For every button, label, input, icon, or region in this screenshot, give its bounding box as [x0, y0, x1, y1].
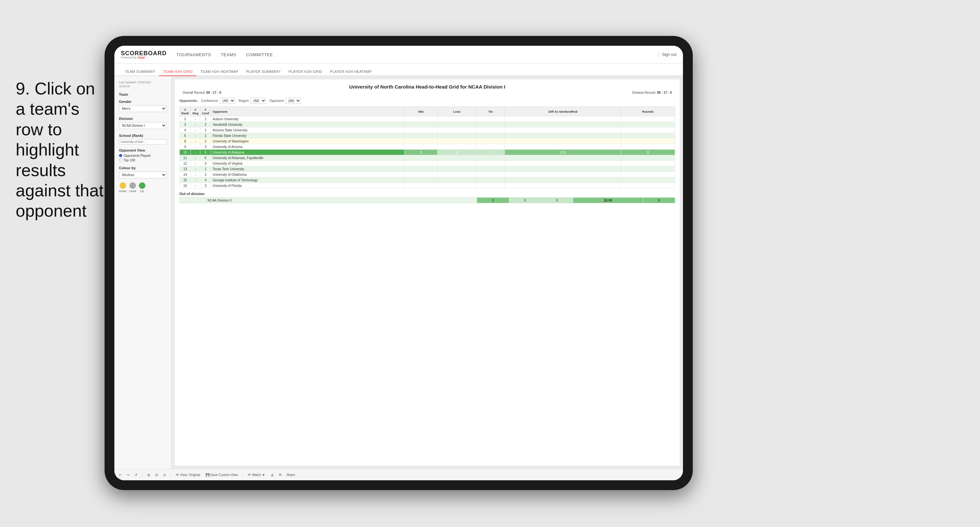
colour-by-select[interactable]: Win/loss: [119, 172, 167, 178]
col-reg: # Reg: [191, 107, 200, 116]
tab-team-h2h-grid[interactable]: TEAM H2H GRID: [159, 68, 196, 76]
tab-team-h2h-heatmap[interactable]: TEAM H2H HEATMAP: [196, 68, 242, 76]
toolbar-copy[interactable]: ⧉: [278, 472, 283, 477]
toolbar-print[interactable]: 🖨: [269, 473, 275, 477]
cell-loss: [438, 172, 476, 177]
tab-player-h2h-heatmap[interactable]: PLAYER H2H HEATMAP: [326, 68, 376, 76]
table-row[interactable]: 4 - 1 Arizona State University: [180, 127, 675, 133]
cell-tie: [476, 177, 505, 183]
cell-reg: -: [191, 133, 200, 139]
radio-dot-selected: [119, 154, 122, 157]
colour-by-label: Colour by: [119, 166, 167, 170]
cell-rank: 8: [180, 139, 191, 144]
gender-select[interactable]: Men's: [119, 105, 167, 112]
radio-top100[interactable]: Top 100: [119, 158, 167, 162]
team-label: Team: [119, 92, 167, 96]
nav-tournaments[interactable]: TOURNAMENTS: [177, 51, 211, 59]
opponent-select[interactable]: (All): [285, 98, 301, 104]
cell-tie: [476, 127, 505, 133]
toolbar-watch[interactable]: 👁 Watch ▼: [247, 473, 266, 477]
out-of-division-header: Out of division: [180, 192, 675, 196]
out-of-division-row[interactable]: NCAA Division II 1 0 0 26.00 3: [180, 197, 675, 203]
cell-reg: -: [191, 172, 200, 177]
table-row[interactable]: 11 - 6 University of Arkansas, Fayettevi…: [180, 155, 675, 161]
tab-player-h2h-grid[interactable]: PLAYER H2H GRID: [285, 68, 326, 76]
cell-opponent: University of Virginia: [211, 161, 404, 166]
cell-rounds: [621, 122, 675, 127]
region-select[interactable]: (All): [251, 98, 266, 104]
conference-select[interactable]: (All): [220, 98, 235, 104]
cell-rank: 2: [180, 116, 191, 122]
table-row[interactable]: 13 - 1 Texas Tech University: [180, 166, 675, 172]
table-row[interactable]: 14 - 2 University of Oklahoma: [180, 172, 675, 177]
nav-committee[interactable]: COMMITTEE: [246, 51, 273, 59]
cell-opponent: University of Arizona: [211, 144, 404, 150]
cell-diff: [505, 139, 621, 144]
toolbar-clock[interactable]: ◷: [162, 473, 167, 477]
legend-level-circle: [129, 182, 136, 189]
cell-rank: 4: [180, 127, 191, 133]
division-select[interactable]: NCAA Division I: [119, 122, 167, 129]
toolbar-zoom-in[interactable]: ⊞: [146, 473, 151, 477]
last-updated: Last Updated: 27/03/2024 16:55:38: [119, 81, 167, 89]
cell-reg: -: [191, 161, 200, 166]
cell-diff: 2.61: [505, 150, 621, 155]
table-row[interactable]: 12 - 3 University of Virginia: [180, 161, 675, 166]
school-value: University of Nort...: [119, 139, 167, 145]
cell-loss: [438, 133, 476, 139]
cell-tie: [476, 183, 505, 188]
cell-win: [404, 122, 438, 127]
toolbar-sep1: |: [142, 473, 143, 477]
table-row[interactable]: 16 - 3 University of Florida: [180, 183, 675, 188]
cell-rounds: [621, 116, 675, 122]
legend-level: Level: [129, 182, 136, 193]
table-row[interactable]: 3 - 2 Vanderbilt University: [180, 122, 675, 127]
col-tie: Tie: [476, 107, 505, 116]
tab-team-summary[interactable]: TEAM SUMMARY: [121, 68, 159, 76]
toolbar-refresh[interactable]: ↺: [133, 473, 138, 477]
cell-rank: 16: [180, 183, 191, 188]
cell-tie: [476, 139, 505, 144]
tab-player-summary[interactable]: PLAYER SUMMARY: [242, 68, 285, 76]
cell-rounds: 8: [621, 150, 675, 155]
division-label: Division: [119, 117, 167, 121]
opponents-label: Opponents:: [180, 99, 198, 103]
cell-rank: 3: [180, 122, 191, 127]
cell-conf: 2: [200, 172, 211, 177]
cell-loss: [438, 183, 476, 188]
table-row[interactable]: 9 - 3 University of Arizona: [180, 144, 675, 150]
cell-conf: 1: [200, 166, 211, 172]
cell-win: [404, 161, 438, 166]
cell-opponent: University of Washington: [211, 139, 404, 144]
toolbar-share[interactable]: Share: [285, 473, 297, 477]
cell-win: [404, 183, 438, 188]
toolbar-undo[interactable]: ↩: [118, 473, 123, 477]
cell-rounds: [621, 139, 675, 144]
table-header-row: # Rank # Reg # Conf Opponent Win Loss Ti…: [180, 107, 675, 116]
filter-row: Opponents: Conference (All) Region (All): [180, 98, 675, 104]
table-row[interactable]: 15 - 4 Georgia Institute of Technology: [180, 177, 675, 183]
cell-reg: -: [191, 122, 200, 127]
toolbar-sep3: |: [242, 473, 243, 477]
toolbar-view-original[interactable]: 👁 View: Original: [175, 473, 201, 477]
cell-opponent: Georgia Institute of Technology: [211, 177, 404, 183]
cell-conf: 5: [200, 150, 211, 155]
cell-tie: [476, 122, 505, 127]
radio-opponents-played[interactable]: Opponents Played: [119, 154, 167, 158]
toolbar-redo[interactable]: ↪: [126, 473, 131, 477]
col-diff: Diff Av Strokes/Rnd: [505, 107, 621, 116]
bottom-toolbar: ↩ ↪ ↺ | ⊞ ⊟ ◷ | 👁 View: Original 💾 Save …: [115, 469, 683, 480]
toolbar-save-custom-view[interactable]: 💾 Save Custom View: [204, 473, 239, 477]
region-filter: Region (All): [239, 98, 266, 104]
table-row[interactable]: 8 - 2 University of Washington: [180, 139, 675, 144]
table-row[interactable]: 10 - 5 University of Alabama 3 0 0 2.61 …: [180, 150, 675, 155]
table-row[interactable]: 2 - 1 Auburn University: [180, 116, 675, 122]
out-div-conf: [198, 197, 206, 203]
toolbar-zoom-out[interactable]: ⊟: [154, 473, 159, 477]
cell-opponent: Florida State University: [211, 133, 404, 139]
nav-teams[interactable]: TEAMS: [221, 51, 236, 59]
sign-out-button[interactable]: Sign out: [662, 52, 676, 57]
conference-filter: Conference (All): [201, 98, 235, 104]
table-row[interactable]: 6 - 2 Florida State University: [180, 133, 675, 139]
cell-rank: 6: [180, 133, 191, 139]
